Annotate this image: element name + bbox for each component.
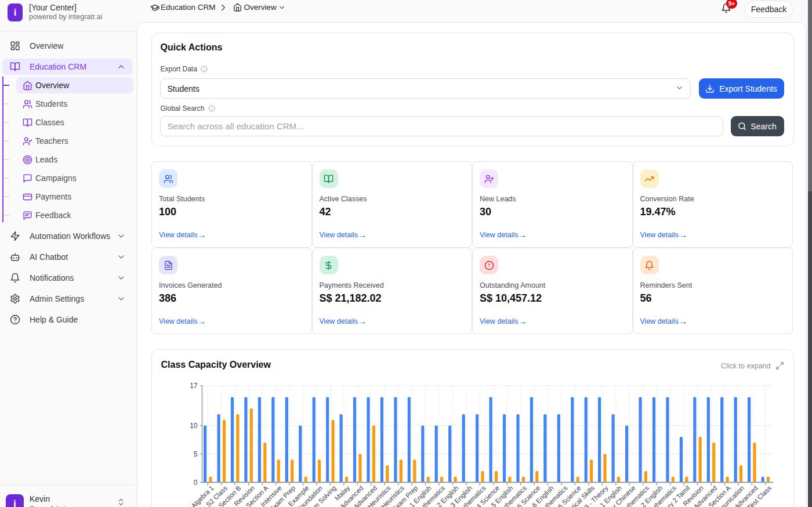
svg-text:5: 5 — [193, 450, 197, 458]
svg-text:17: 17 — [190, 382, 198, 390]
svg-text:0: 0 — [193, 479, 197, 487]
svg-text:10: 10 — [190, 422, 198, 430]
